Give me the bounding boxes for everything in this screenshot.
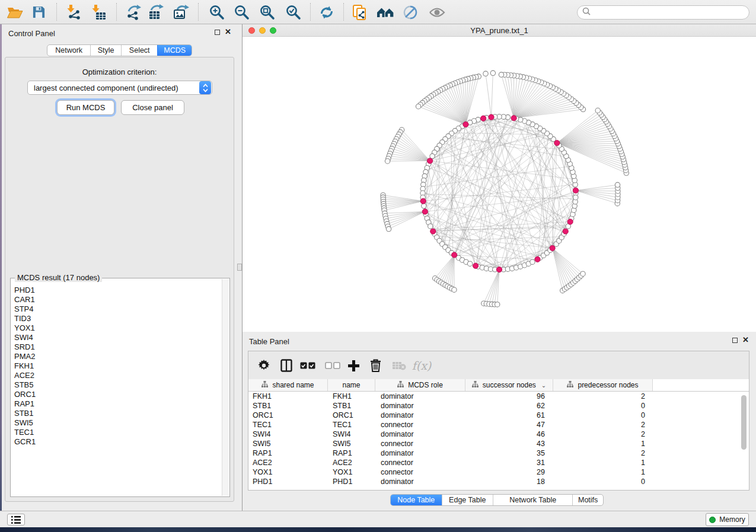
vertical-splitter[interactable] bbox=[238, 24, 243, 511]
mcds-result-item[interactable]: TID3 bbox=[11, 314, 221, 323]
table-row[interactable]: RAP1RAP1dominator352 bbox=[248, 448, 749, 458]
zoom-selected-icon[interactable] bbox=[283, 2, 303, 22]
float-table-panel-icon[interactable] bbox=[732, 338, 738, 343]
dominator-node[interactable] bbox=[430, 229, 436, 234]
mcds-result-item[interactable]: ORC1 bbox=[11, 390, 221, 399]
table-row[interactable]: TEC1TEC1connector472 bbox=[248, 420, 749, 430]
mcds-result-item[interactable]: SWI5 bbox=[11, 418, 221, 428]
tab-network[interactable]: Network bbox=[47, 45, 90, 56]
maximize-window-icon[interactable] bbox=[270, 27, 276, 34]
mcds-result-item[interactable]: GCR1 bbox=[11, 437, 221, 447]
mcds-result-item[interactable]: RAP1 bbox=[11, 399, 221, 409]
close-table-panel-icon[interactable]: ✕ bbox=[742, 337, 749, 343]
tab-select[interactable]: Select bbox=[121, 45, 158, 56]
column-header-shared-name[interactable]: shared name bbox=[248, 379, 328, 391]
column-header-MCDS-role[interactable]: MCDS role bbox=[375, 379, 465, 391]
table-row[interactable]: YOX1YOX1connector291 bbox=[248, 467, 749, 477]
deselect-all-icon[interactable] bbox=[323, 356, 342, 375]
tab-style[interactable]: Style bbox=[90, 45, 121, 56]
dominator-node[interactable] bbox=[452, 252, 457, 258]
dominator-node[interactable] bbox=[463, 121, 468, 127]
mcds-result-item[interactable]: SRD1 bbox=[11, 342, 221, 352]
memory-button[interactable]: Memory bbox=[706, 513, 749, 526]
column-header-successor-nodes[interactable]: successor nodes⌄ bbox=[465, 379, 553, 391]
mcds-result-item[interactable]: STB1 bbox=[11, 409, 221, 418]
mcds-result-item[interactable]: TEC1 bbox=[11, 428, 221, 437]
delete-column-trash-icon[interactable] bbox=[366, 356, 385, 375]
save-session-icon[interactable] bbox=[28, 2, 49, 22]
mcds-result-item[interactable]: YOX1 bbox=[11, 323, 221, 333]
network-window-titlebar[interactable]: YPA_prune.txt_1 bbox=[243, 24, 756, 37]
create-column-plus-icon[interactable] bbox=[344, 356, 363, 375]
select-all-icon[interactable] bbox=[298, 356, 317, 375]
mcds-result-item[interactable]: STP4 bbox=[11, 305, 221, 314]
show-columns-icon[interactable] bbox=[277, 356, 296, 375]
search-input[interactable] bbox=[594, 7, 749, 18]
table-row[interactable]: SWI5SWI5connector431 bbox=[248, 439, 749, 448]
close-window-icon[interactable] bbox=[248, 27, 255, 34]
network-overview-icon[interactable] bbox=[375, 2, 395, 22]
table-scrollbar-thumb[interactable] bbox=[741, 395, 747, 450]
mcds-result-item[interactable]: STB5 bbox=[11, 380, 221, 390]
table-row[interactable]: SWI4SWI4dominator462 bbox=[248, 430, 749, 439]
tab-motifs[interactable]: Motifs bbox=[572, 495, 603, 505]
tab-network-table[interactable]: Network Table bbox=[493, 495, 572, 505]
hide-graphics-details-icon[interactable] bbox=[400, 2, 420, 22]
close-panel-icon[interactable]: ✕ bbox=[225, 29, 231, 35]
dominator-node[interactable] bbox=[422, 209, 428, 214]
zoom-in-icon[interactable] bbox=[206, 2, 227, 22]
show-graphics-details-icon[interactable] bbox=[427, 2, 447, 22]
table-scrollbar[interactable] bbox=[741, 394, 747, 484]
share-network-document-icon[interactable] bbox=[350, 2, 370, 22]
minimize-window-icon[interactable] bbox=[259, 27, 266, 34]
dominator-node[interactable] bbox=[554, 140, 560, 146]
network-canvas[interactable] bbox=[243, 37, 756, 332]
mcds-result-item[interactable]: FKH1 bbox=[11, 361, 221, 371]
close-panel-button[interactable]: Close panel bbox=[121, 100, 184, 115]
import-network-icon[interactable] bbox=[63, 2, 83, 22]
dominator-node[interactable] bbox=[489, 114, 494, 120]
mcds-result-item[interactable]: ACE2 bbox=[11, 371, 221, 380]
table-row[interactable]: STB1STB1dominator620 bbox=[248, 401, 749, 411]
dominator-node[interactable] bbox=[511, 116, 516, 121]
dominator-node[interactable] bbox=[563, 229, 568, 234]
table-row[interactable]: FKH1FKH1dominator962 bbox=[248, 392, 749, 401]
apply-layout-icon[interactable] bbox=[317, 2, 337, 22]
table-row[interactable]: PHD1PHD1dominator180 bbox=[248, 477, 749, 486]
dominator-node[interactable] bbox=[427, 158, 432, 164]
dominator-node[interactable] bbox=[567, 219, 573, 225]
table-settings-gear-icon[interactable] bbox=[254, 356, 273, 375]
network-view[interactable] bbox=[243, 37, 756, 332]
dominator-node[interactable] bbox=[550, 245, 555, 251]
run-mcds-button[interactable]: Run MCDS bbox=[57, 100, 114, 115]
table-row[interactable]: ORC1ORC1dominator610 bbox=[248, 411, 749, 420]
task-history-button[interactable] bbox=[7, 514, 25, 525]
import-table-icon[interactable] bbox=[88, 2, 109, 22]
mcds-list-scrollbar[interactable] bbox=[222, 279, 229, 496]
export-image-icon[interactable] bbox=[171, 2, 191, 22]
mcds-result-item[interactable]: PHD1 bbox=[11, 286, 221, 295]
mcds-result-item[interactable]: CAR1 bbox=[11, 295, 221, 305]
dominator-node[interactable] bbox=[496, 267, 502, 272]
vertical-splitter-handle[interactable] bbox=[237, 264, 242, 271]
mcds-result-item[interactable]: SWI4 bbox=[11, 333, 221, 342]
tab-mcds[interactable]: MCDS bbox=[157, 45, 192, 56]
tab-edge-table[interactable]: Edge Table bbox=[442, 495, 493, 505]
optimization-criterion-select[interactable]: largest connected component (undirected) bbox=[27, 81, 212, 95]
open-file-icon[interactable] bbox=[5, 2, 25, 22]
mcds-result-item[interactable]: PMA2 bbox=[11, 352, 221, 361]
float-panel-icon[interactable] bbox=[215, 30, 220, 35]
dominator-node[interactable] bbox=[481, 116, 486, 121]
tab-node-table[interactable]: Node Table bbox=[391, 495, 442, 505]
dominator-node[interactable] bbox=[535, 257, 540, 262]
column-header-predecessor-nodes[interactable]: predecessor nodes bbox=[553, 379, 653, 391]
zoom-out-icon[interactable] bbox=[231, 2, 251, 22]
table-row[interactable]: ACE2ACE2connector311 bbox=[248, 458, 749, 467]
export-table-icon[interactable] bbox=[146, 2, 166, 22]
zoom-fit-icon[interactable] bbox=[257, 2, 277, 22]
dominator-node[interactable] bbox=[573, 188, 578, 193]
dominator-node[interactable] bbox=[420, 198, 426, 204]
dominator-node[interactable] bbox=[473, 263, 479, 268]
column-header-name[interactable]: name bbox=[328, 379, 375, 391]
export-network-icon[interactable] bbox=[123, 2, 143, 22]
